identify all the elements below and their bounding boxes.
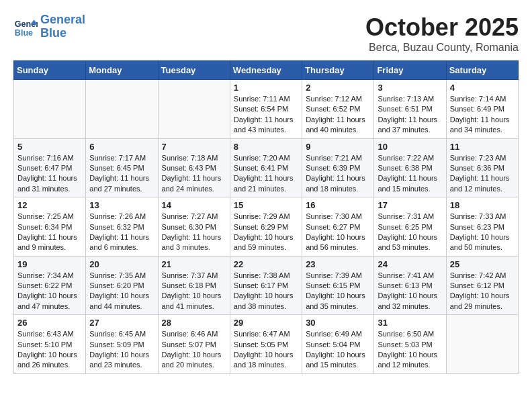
- logo: General Blue General Blue: [13, 13, 85, 40]
- weekday-header-row: SundayMondayTuesdayWednesdayThursdayFrid…: [14, 61, 519, 80]
- day-info: Sunrise: 7:23 AM Sunset: 6:36 PM Dayligh…: [450, 153, 515, 195]
- weekday-header-sunday: Sunday: [14, 61, 86, 80]
- day-info: Sunrise: 7:39 AM Sunset: 6:15 PM Dayligh…: [306, 271, 370, 312]
- day-info: Sunrise: 7:42 AM Sunset: 6:12 PM Dayligh…: [450, 271, 515, 312]
- calendar-cell: 1Sunrise: 7:11 AM Sunset: 6:54 PM Daylig…: [230, 80, 302, 139]
- calendar-cell: 17Sunrise: 7:31 AM Sunset: 6:25 PM Dayli…: [374, 197, 446, 257]
- weekday-header-thursday: Thursday: [302, 61, 374, 80]
- month-title: October 2025: [365, 13, 519, 42]
- calendar-week-2: 5Sunrise: 7:16 AM Sunset: 6:47 PM Daylig…: [14, 138, 519, 197]
- calendar-cell: [158, 80, 230, 139]
- day-number: 15: [234, 200, 298, 210]
- calendar-cell: 10Sunrise: 7:22 AM Sunset: 6:38 PM Dayli…: [374, 138, 446, 197]
- title-block: October 2025 Berca, Buzau County, Romani…: [365, 13, 519, 54]
- day-info: Sunrise: 7:33 AM Sunset: 6:23 PM Dayligh…: [450, 212, 515, 253]
- calendar-week-4: 19Sunrise: 7:34 AM Sunset: 6:22 PM Dayli…: [14, 256, 519, 315]
- calendar-cell: 6Sunrise: 7:17 AM Sunset: 6:45 PM Daylig…: [86, 138, 158, 197]
- day-info: Sunrise: 7:11 AM Sunset: 6:54 PM Dayligh…: [234, 94, 298, 136]
- calendar-cell: 11Sunrise: 7:23 AM Sunset: 6:36 PM Dayli…: [446, 138, 518, 197]
- day-number: 5: [17, 142, 82, 152]
- calendar-week-5: 26Sunrise: 6:43 AM Sunset: 5:10 PM Dayli…: [14, 315, 519, 374]
- calendar-cell: 29Sunrise: 6:47 AM Sunset: 5:05 PM Dayli…: [230, 315, 302, 374]
- calendar-cell: 26Sunrise: 6:43 AM Sunset: 5:10 PM Dayli…: [14, 315, 86, 374]
- weekday-header-friday: Friday: [374, 61, 446, 80]
- day-info: Sunrise: 7:35 AM Sunset: 6:20 PM Dayligh…: [89, 271, 154, 312]
- calendar-cell: [14, 80, 86, 139]
- day-info: Sunrise: 7:13 AM Sunset: 6:51 PM Dayligh…: [378, 94, 442, 136]
- calendar-cell: 27Sunrise: 6:45 AM Sunset: 5:09 PM Dayli…: [86, 315, 158, 374]
- day-info: Sunrise: 7:18 AM Sunset: 6:43 PM Dayligh…: [162, 153, 226, 195]
- logo-blue: Blue: [40, 26, 66, 40]
- day-number: 20: [89, 259, 154, 269]
- day-number: 29: [234, 318, 298, 328]
- day-number: 27: [89, 318, 154, 328]
- day-number: 23: [306, 259, 370, 269]
- day-info: Sunrise: 7:14 AM Sunset: 6:49 PM Dayligh…: [450, 94, 515, 136]
- day-number: 8: [234, 142, 298, 152]
- calendar-cell: 9Sunrise: 7:21 AM Sunset: 6:39 PM Daylig…: [302, 138, 374, 197]
- calendar-cell: 12Sunrise: 7:25 AM Sunset: 6:34 PM Dayli…: [14, 197, 86, 257]
- calendar-week-1: 1Sunrise: 7:11 AM Sunset: 6:54 PM Daylig…: [14, 80, 519, 139]
- calendar-cell: 15Sunrise: 7:29 AM Sunset: 6:29 PM Dayli…: [230, 197, 302, 257]
- day-info: Sunrise: 7:31 AM Sunset: 6:25 PM Dayligh…: [378, 212, 442, 253]
- day-info: Sunrise: 7:20 AM Sunset: 6:41 PM Dayligh…: [234, 153, 298, 195]
- calendar-cell: 22Sunrise: 7:38 AM Sunset: 6:17 PM Dayli…: [230, 256, 302, 315]
- page-header: General Blue General Blue October 2025 B…: [13, 13, 519, 54]
- day-info: Sunrise: 6:46 AM Sunset: 5:07 PM Dayligh…: [162, 329, 226, 371]
- day-number: 22: [234, 259, 298, 269]
- day-info: Sunrise: 7:26 AM Sunset: 6:32 PM Dayligh…: [89, 212, 154, 253]
- weekday-header-wednesday: Wednesday: [230, 61, 302, 80]
- calendar-cell: 20Sunrise: 7:35 AM Sunset: 6:20 PM Dayli…: [86, 256, 158, 315]
- location-subtitle: Berca, Buzau County, Romania: [365, 42, 519, 54]
- day-info: Sunrise: 7:25 AM Sunset: 6:34 PM Dayligh…: [17, 212, 82, 253]
- day-info: Sunrise: 7:29 AM Sunset: 6:29 PM Dayligh…: [234, 212, 298, 253]
- weekday-header-monday: Monday: [86, 61, 158, 80]
- day-info: Sunrise: 7:17 AM Sunset: 6:45 PM Dayligh…: [89, 153, 154, 195]
- day-number: 2: [306, 83, 370, 93]
- calendar-cell: 23Sunrise: 7:39 AM Sunset: 6:15 PM Dayli…: [302, 256, 374, 315]
- calendar-cell: 4Sunrise: 7:14 AM Sunset: 6:49 PM Daylig…: [446, 80, 518, 139]
- calendar-cell: 16Sunrise: 7:30 AM Sunset: 6:27 PM Dayli…: [302, 197, 374, 257]
- day-number: 31: [378, 318, 442, 328]
- calendar-cell: 19Sunrise: 7:34 AM Sunset: 6:22 PM Dayli…: [14, 256, 86, 315]
- calendar-cell: 5Sunrise: 7:16 AM Sunset: 6:47 PM Daylig…: [14, 138, 86, 197]
- day-info: Sunrise: 7:37 AM Sunset: 6:18 PM Dayligh…: [162, 271, 226, 312]
- day-number: 19: [17, 259, 82, 269]
- weekday-header-tuesday: Tuesday: [158, 61, 230, 80]
- day-number: 30: [306, 318, 370, 328]
- day-number: 17: [378, 200, 442, 210]
- day-info: Sunrise: 7:41 AM Sunset: 6:13 PM Dayligh…: [378, 271, 442, 312]
- calendar-cell: 3Sunrise: 7:13 AM Sunset: 6:51 PM Daylig…: [374, 80, 446, 139]
- day-number: 14: [162, 200, 226, 210]
- day-number: 25: [450, 259, 515, 269]
- day-number: 28: [162, 318, 226, 328]
- day-info: Sunrise: 6:43 AM Sunset: 5:10 PM Dayligh…: [17, 329, 82, 371]
- logo-icon: General Blue: [13, 15, 38, 39]
- calendar-cell: 18Sunrise: 7:33 AM Sunset: 6:23 PM Dayli…: [446, 197, 518, 257]
- day-info: Sunrise: 6:50 AM Sunset: 5:03 PM Dayligh…: [378, 329, 442, 371]
- day-info: Sunrise: 7:27 AM Sunset: 6:30 PM Dayligh…: [162, 212, 226, 253]
- day-info: Sunrise: 6:49 AM Sunset: 5:04 PM Dayligh…: [306, 329, 370, 371]
- calendar-cell: [86, 80, 158, 139]
- day-info: Sunrise: 7:30 AM Sunset: 6:27 PM Dayligh…: [306, 212, 370, 253]
- calendar-table: SundayMondayTuesdayWednesdayThursdayFrid…: [13, 60, 519, 374]
- calendar-cell: 8Sunrise: 7:20 AM Sunset: 6:41 PM Daylig…: [230, 138, 302, 197]
- day-number: 24: [378, 259, 442, 269]
- day-number: 3: [378, 83, 442, 93]
- calendar-week-3: 12Sunrise: 7:25 AM Sunset: 6:34 PM Dayli…: [14, 197, 519, 257]
- day-info: Sunrise: 6:45 AM Sunset: 5:09 PM Dayligh…: [89, 329, 154, 371]
- day-number: 13: [89, 200, 154, 210]
- calendar-cell: 2Sunrise: 7:12 AM Sunset: 6:52 PM Daylig…: [302, 80, 374, 139]
- logo-general: General: [40, 13, 85, 26]
- weekday-header-saturday: Saturday: [446, 61, 518, 80]
- day-info: Sunrise: 7:12 AM Sunset: 6:52 PM Dayligh…: [306, 94, 370, 136]
- day-number: 9: [306, 142, 370, 152]
- calendar-cell: 21Sunrise: 7:37 AM Sunset: 6:18 PM Dayli…: [158, 256, 230, 315]
- calendar-cell: 31Sunrise: 6:50 AM Sunset: 5:03 PM Dayli…: [374, 315, 446, 374]
- calendar-cell: 25Sunrise: 7:42 AM Sunset: 6:12 PM Dayli…: [446, 256, 518, 315]
- day-number: 16: [306, 200, 370, 210]
- svg-text:Blue: Blue: [15, 28, 33, 37]
- calendar-cell: 28Sunrise: 6:46 AM Sunset: 5:07 PM Dayli…: [158, 315, 230, 374]
- day-number: 21: [162, 259, 226, 269]
- calendar-cell: 13Sunrise: 7:26 AM Sunset: 6:32 PM Dayli…: [86, 197, 158, 257]
